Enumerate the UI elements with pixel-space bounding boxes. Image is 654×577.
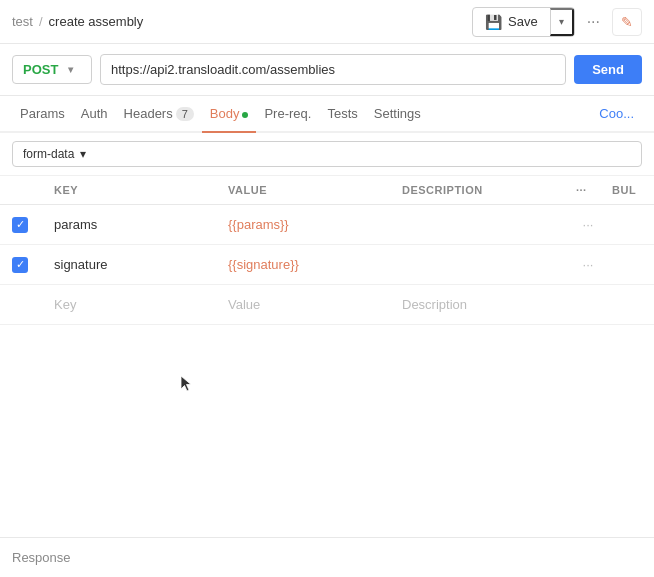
placeholder-key: Key (48, 289, 222, 320)
tab-tests[interactable]: Tests (319, 96, 365, 131)
row1-key[interactable]: params (48, 209, 222, 240)
more-options-button[interactable]: ··· (581, 9, 606, 35)
chevron-down-icon: ▾ (559, 16, 564, 27)
header-actions: 💾 Save ▾ ··· ✎ (472, 7, 642, 37)
breadcrumb: test / create assembly (12, 14, 472, 29)
th-check (12, 176, 48, 204)
header: test / create assembly 💾 Save ▾ ··· ✎ (0, 0, 654, 44)
cursor (180, 375, 194, 396)
tab-params[interactable]: Params (12, 96, 73, 131)
breadcrumb-current: create assembly (49, 14, 144, 29)
method-label: POST (23, 62, 58, 77)
row1-value[interactable]: {{params}} (222, 209, 396, 240)
response-label: Response (12, 550, 71, 565)
tab-headers[interactable]: Headers7 (116, 96, 202, 131)
table-header: KEY VALUE DESCRIPTION ··· Bul (0, 176, 654, 205)
save-label: Save (508, 14, 538, 29)
save-dropdown-button[interactable]: ▾ (550, 8, 574, 36)
table-row-placeholder[interactable]: Key Value Description (0, 285, 654, 325)
placeholder-description: Description (396, 289, 570, 320)
save-button[interactable]: 💾 Save (473, 8, 550, 36)
row1-dots[interactable]: ··· (570, 217, 606, 232)
breadcrumb-test[interactable]: test (12, 14, 33, 29)
th-description: DESCRIPTION (396, 176, 570, 204)
send-button[interactable]: Send (574, 55, 642, 84)
row2-check-cell (12, 257, 48, 273)
headers-badge: 7 (176, 107, 194, 121)
th-dots: ··· (570, 176, 606, 204)
tab-prereq[interactable]: Pre-req. (256, 96, 319, 131)
method-dropdown-icon: ▾ (68, 64, 73, 75)
body-active-dot (242, 112, 248, 118)
url-input[interactable] (100, 54, 566, 85)
params-table: KEY VALUE DESCRIPTION ··· Bul params {{p… (0, 176, 654, 325)
tabs-bar: Params Auth Headers7 Body Pre-req. Tests… (0, 96, 654, 133)
row1-description[interactable] (396, 217, 570, 233)
row2-value[interactable]: {{signature}} (222, 249, 396, 280)
body-type-select[interactable]: form-data ▾ (12, 141, 642, 167)
body-type-dropdown-icon: ▾ (80, 147, 86, 161)
row2-description[interactable] (396, 257, 570, 273)
table-row: signature {{signature}} ··· (0, 245, 654, 285)
body-type-label: form-data (23, 147, 74, 161)
placeholder-value: Value (222, 289, 396, 320)
url-bar: POST ▾ Send (0, 44, 654, 96)
tab-auth[interactable]: Auth (73, 96, 116, 131)
tab-settings[interactable]: Settings (366, 96, 429, 131)
table-row: params {{params}} ··· (0, 205, 654, 245)
save-icon: 💾 (485, 14, 502, 30)
tab-cookies[interactable]: Coo... (591, 96, 642, 131)
edit-button[interactable]: ✎ (612, 8, 642, 36)
row2-dots[interactable]: ··· (570, 257, 606, 272)
row1-check-cell (12, 217, 48, 233)
th-key: KEY (48, 176, 222, 204)
save-button-group: 💾 Save ▾ (472, 7, 575, 37)
breadcrumb-separator: / (39, 14, 43, 29)
body-controls: form-data ▾ (0, 133, 654, 176)
row2-key[interactable]: signature (48, 249, 222, 280)
method-select[interactable]: POST ▾ (12, 55, 92, 84)
edit-icon: ✎ (621, 14, 633, 30)
tab-body[interactable]: Body (202, 96, 257, 131)
empty-area (0, 325, 654, 525)
th-bulk: Bul (606, 176, 642, 204)
row2-checkbox[interactable] (12, 257, 28, 273)
th-value: VALUE (222, 176, 396, 204)
row1-checkbox[interactable] (12, 217, 28, 233)
response-section: Response (0, 537, 654, 577)
